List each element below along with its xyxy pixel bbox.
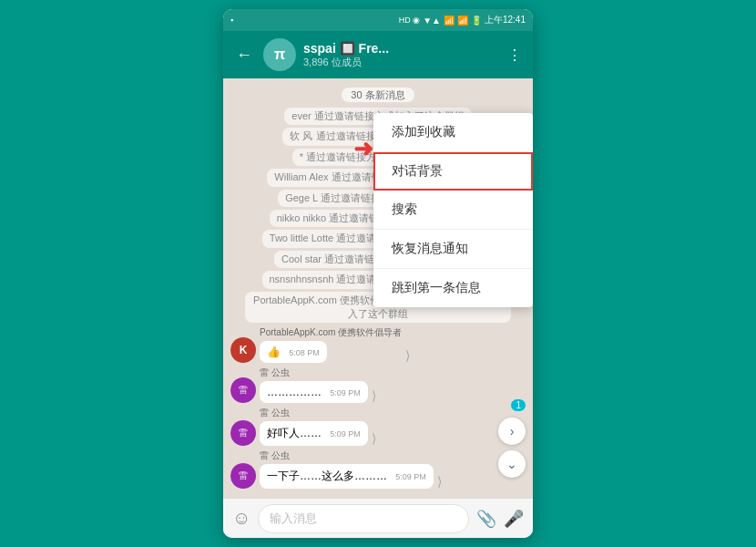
dropdown-overlay[interactable]: 添加到收藏 对话背景 搜索 恢复消息通知 跳到第一条信息 ➜ <box>223 78 533 498</box>
attach-button[interactable]: 📎 <box>476 509 496 529</box>
bottom-input-bar: ☺ 输入消息 📎 🎤 <box>223 498 533 538</box>
status-bars: 📶 <box>457 15 468 26</box>
menu-item-jump-first[interactable]: 跳到第一条信息 <box>373 269 533 307</box>
status-hd: HD ◉ <box>399 15 421 25</box>
emoji-button[interactable]: ☺ <box>232 508 250 529</box>
status-bar: ▪ HD ◉ ▼▲ 📶 📶 🔋 上午12:41 <box>223 9 533 31</box>
message-input[interactable]: 输入消息 <box>258 504 469 533</box>
header-title: sspai 🔲 Fre... <box>303 41 500 56</box>
dropdown-menu: 添加到收藏 对话背景 搜索 恢复消息通知 跳到第一条信息 <box>373 113 533 307</box>
back-button[interactable]: ← <box>232 42 256 68</box>
red-arrow-indicator: ➜ <box>353 135 373 163</box>
menu-item-search[interactable]: 搜索 <box>373 191 533 230</box>
status-icon-left: ▪ <box>230 15 233 25</box>
status-battery: 🔋 <box>471 15 482 26</box>
menu-item-restore-notify[interactable]: 恢复消息通知 <box>373 230 533 269</box>
status-wifi: 📶 <box>444 15 455 26</box>
header-info: sspai 🔲 Fre... 3,896 位成员 <box>303 41 500 69</box>
chat-header: ← π sspai 🔲 Fre... 3,896 位成员 ⋮ <box>223 31 533 78</box>
menu-item-background[interactable]: 对话背景 <box>373 152 533 191</box>
header-subtitle: 3,896 位成员 <box>303 56 500 69</box>
status-signal: ▼▲ <box>423 15 441 26</box>
status-time: 上午12:41 <box>485 14 526 26</box>
header-avatar: π <box>263 38 296 71</box>
phone-frame: ▪ HD ◉ ▼▲ 📶 📶 🔋 上午12:41 ← π sspai 🔲 Fre.… <box>223 9 533 538</box>
menu-item-favorites[interactable]: 添加到收藏 <box>373 113 533 152</box>
chat-area: 30 条新消息 ever 通过邀请链接方式加入了这个群组 软 风 通过邀请链接方… <box>223 78 533 498</box>
mic-button[interactable]: 🎤 <box>504 509 524 529</box>
header-more-icon[interactable]: ⋮ <box>507 46 524 64</box>
